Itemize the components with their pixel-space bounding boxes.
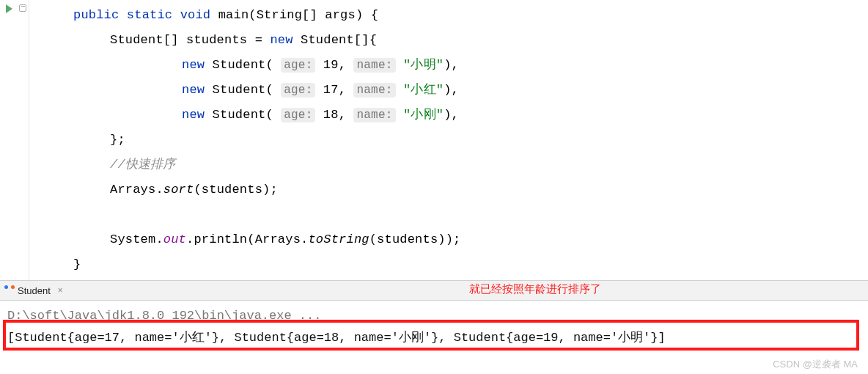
param-hint-name: name: (353, 83, 395, 98)
run-config-icon (4, 285, 15, 296)
name-string-3: "小刚" (403, 108, 444, 122)
run-gutter-icon[interactable] (4, 3, 15, 13)
decl-suffix: Student[]{ (293, 33, 377, 47)
space (396, 108, 403, 122)
ctor-close: ), (444, 108, 459, 122)
arrays-class: Arrays. (110, 183, 163, 197)
comment-line: //快速排序 (110, 158, 176, 172)
code-editor[interactable]: public static void main(String[] args) {… (0, 0, 868, 280)
out-field: out (163, 232, 186, 246)
ctor-close: ), (444, 83, 459, 97)
keyword-new: new (182, 58, 205, 72)
age-value-2: 17, (315, 83, 353, 97)
param-hint-age: age: (281, 108, 315, 122)
console-output-panel[interactable]: D:\soft\Java\jdk1.8.0_192\bin\java.exe .… (0, 301, 868, 349)
console-stdout-line: [Student{age=17, name='小红'}, Student{age… (7, 327, 861, 349)
param-hint-age: age: (281, 58, 315, 73)
method-name: main (218, 8, 249, 22)
run-tab-bar: Student × 就已经按照年龄进行排序了 (0, 280, 868, 301)
println-call: .println(Arrays. (186, 232, 308, 246)
method-params: (String[] args) { (249, 8, 378, 22)
annotation-text: 就已经按照年龄进行排序了 (469, 282, 601, 296)
close-icon[interactable]: × (58, 285, 63, 296)
system-class: System. (110, 232, 163, 246)
print-args: (students)); (369, 232, 461, 246)
decl-prefix: Student[] students = (110, 33, 270, 47)
keyword-public: public (73, 8, 119, 22)
sort-method: sort (163, 183, 194, 197)
ctor-open: Student( (205, 83, 281, 97)
watermark-text: CSDN @逆袭者 MA (773, 358, 858, 371)
space (396, 58, 403, 72)
fold-icon[interactable] (19, 4, 26, 12)
keyword-void: void (180, 8, 211, 22)
name-string-2: "小红" (403, 83, 444, 97)
ctor-open: Student( (205, 108, 281, 122)
param-hint-age: age: (281, 83, 315, 98)
ctor-close: ), (444, 58, 459, 72)
keyword-new: new (182, 83, 205, 97)
sort-args: (students); (194, 183, 277, 197)
param-hint-name: name: (353, 58, 395, 73)
age-value-3: 18, (315, 108, 353, 122)
editor-gutter (0, 0, 29, 280)
space (396, 83, 403, 97)
console-command-path: D:\soft\Java\jdk1.8.0_192\bin\java.exe .… (7, 305, 861, 327)
code-content[interactable]: public static void main(String[] args) {… (29, 0, 868, 280)
keyword-static: static (127, 8, 172, 22)
keyword-new: new (270, 33, 293, 47)
run-tab-label[interactable]: Student (18, 285, 51, 296)
keyword-new: new (182, 108, 205, 122)
method-close-brace: } (73, 257, 81, 271)
tostring-method: toString (308, 232, 369, 246)
array-close: }; (110, 133, 125, 147)
ctor-open: Student( (205, 58, 281, 72)
name-string-1: "小明" (403, 58, 444, 72)
age-value-1: 19, (315, 58, 353, 72)
param-hint-name: name: (353, 108, 395, 122)
